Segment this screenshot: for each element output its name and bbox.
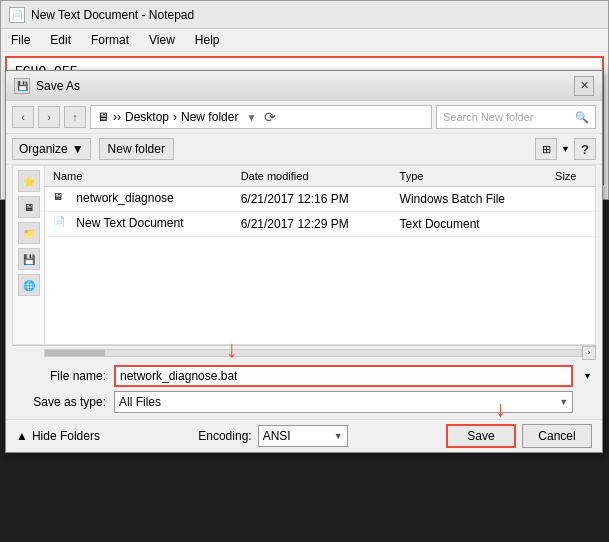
search-bar[interactable]: Search New folder 🔍 xyxy=(436,105,596,129)
filename-dropdown-arrow[interactable]: ▼ xyxy=(583,371,592,381)
col-date[interactable]: Date modified xyxy=(233,166,392,187)
dialog-body: ⭐ 🖥 📁 💾 🌐 Name Date modified Type Size xyxy=(12,165,596,345)
cancel-button[interactable]: Cancel xyxy=(522,424,592,448)
encoding-arrow: ▼ xyxy=(334,431,343,441)
nav-pane-icon-1[interactable]: ⭐ xyxy=(18,170,40,192)
save-btn-wrapper: ↓ Save xyxy=(446,424,516,448)
path-bar[interactable]: 🖥 ›› Desktop › New folder ▼ ⟳ xyxy=(90,105,432,129)
col-type[interactable]: Type xyxy=(392,166,547,187)
col-size[interactable]: Size xyxy=(547,166,595,187)
menu-edit[interactable]: Edit xyxy=(44,31,77,49)
encoding-label: Encoding: xyxy=(198,429,251,443)
filename-input[interactable]: network_diagnose.bat xyxy=(114,365,573,387)
encoding-area: Encoding: ANSI ▼ xyxy=(198,425,347,447)
hide-folders-button[interactable]: ▲ Hide Folders xyxy=(16,429,100,443)
view-buttons: ⊞ ▼ ? xyxy=(535,138,596,160)
file-type-1: Windows Batch File xyxy=(392,187,547,212)
save-cancel-area: ↓ Save Cancel xyxy=(446,424,592,448)
dialog-bottom: ↓ File name: network_diagnose.bat ▼ Save… xyxy=(6,359,602,419)
help-button[interactable]: ? xyxy=(574,138,596,160)
save-as-dialog: 💾 Save As ✕ ‹ › ↑ 🖥 ›› Desktop › New fol… xyxy=(5,70,603,453)
dialog-actions: Organize ▼ New folder ⊞ ▼ ? xyxy=(6,134,602,165)
dialog-title-icon: 💾 xyxy=(14,78,30,94)
nav-pane-icon-4[interactable]: 💾 xyxy=(18,248,40,270)
menu-file[interactable]: File xyxy=(5,31,36,49)
filename-row: ↓ File name: network_diagnose.bat ▼ xyxy=(16,365,592,387)
hide-folders-label: Hide Folders xyxy=(32,429,100,443)
path-dropdown-arrow[interactable]: ▼ xyxy=(246,112,256,123)
search-text: Search New folder xyxy=(443,111,534,123)
path-separator-1: ›› xyxy=(113,110,121,124)
file-size-1 xyxy=(547,187,595,212)
hide-folders-icon: ▲ xyxy=(16,429,28,443)
file-name-2: 📄 New Text Document xyxy=(45,212,233,237)
file-size-2 xyxy=(547,212,595,237)
scrollbar-area[interactable]: › xyxy=(12,345,596,359)
file-name-1: 🖥 network_diagnose xyxy=(45,187,233,212)
path-refresh-button[interactable]: ⟳ xyxy=(264,109,276,125)
nav-pane-icon-3[interactable]: 📁 xyxy=(18,222,40,244)
search-icon: 🔍 xyxy=(575,111,589,124)
nav-pane-icon-5[interactable]: 🌐 xyxy=(18,274,40,296)
up-button[interactable]: ↑ xyxy=(64,106,86,128)
path-separator-2: › xyxy=(173,110,177,124)
dialog-title-text: Save As xyxy=(36,79,568,93)
dialog-overlay: 💾 Save As ✕ ‹ › ↑ 🖥 ›› Desktop › New fol… xyxy=(0,60,609,540)
notepad-menubar: File Edit Format View Help xyxy=(1,29,608,52)
file-table: Name Date modified Type Size 🖥 network_d… xyxy=(45,166,595,237)
dialog-close-button[interactable]: ✕ xyxy=(574,76,594,96)
col-name[interactable]: Name xyxy=(45,166,233,187)
table-row[interactable]: 📄 New Text Document 6/21/2017 12:29 PM T… xyxy=(45,212,595,237)
organize-label: Organize xyxy=(19,142,68,156)
view-dropdown-arrow[interactable]: ▼ xyxy=(561,144,570,154)
menu-view[interactable]: View xyxy=(143,31,181,49)
back-button[interactable]: ‹ xyxy=(12,106,34,128)
encoding-dropdown[interactable]: ANSI ▼ xyxy=(258,425,348,447)
new-folder-button[interactable]: New folder xyxy=(99,138,174,160)
encoding-row: ▲ Hide Folders Encoding: ANSI ▼ ↓ Save C… xyxy=(6,419,602,452)
scrollbar-thumb[interactable] xyxy=(45,350,105,356)
nav-pane-icon-2[interactable]: 🖥 xyxy=(18,196,40,218)
file-pane: Name Date modified Type Size 🖥 network_d… xyxy=(45,166,595,344)
menu-help[interactable]: Help xyxy=(189,31,226,49)
filename-field-row: File name: network_diagnose.bat ▼ xyxy=(16,365,592,387)
organize-chevron: ▼ xyxy=(72,142,84,156)
path-part-folder: New folder xyxy=(181,110,238,124)
notepad-titlebar: 📄 New Text Document - Notepad xyxy=(1,1,608,29)
file-date-2: 6/21/2017 12:29 PM xyxy=(233,212,392,237)
table-row[interactable]: 🖥 network_diagnose 6/21/2017 12:16 PM Wi… xyxy=(45,187,595,212)
path-part-desktop: 🖥 xyxy=(97,110,109,124)
savetype-label: Save as type: xyxy=(16,395,106,409)
arrow-annotation-2: ↓ xyxy=(495,396,506,422)
file-type-2: Text Document xyxy=(392,212,547,237)
save-button[interactable]: Save xyxy=(446,424,516,448)
forward-button[interactable]: › xyxy=(38,106,60,128)
nav-pane: ⭐ 🖥 📁 💾 🌐 xyxy=(13,166,45,344)
table-header-row: Name Date modified Type Size xyxy=(45,166,595,187)
filename-label: File name: xyxy=(16,369,106,383)
file-icon-2: 📄 xyxy=(53,216,69,232)
notepad-icon: 📄 xyxy=(9,7,25,23)
horizontal-scrollbar[interactable] xyxy=(44,349,582,357)
view-toggle-button[interactable]: ⊞ xyxy=(535,138,557,160)
savetype-arrow: ▼ xyxy=(559,397,568,407)
scroll-right-btn[interactable]: › xyxy=(582,346,596,360)
arrow-annotation-1: ↓ xyxy=(226,335,238,363)
organize-button[interactable]: Organize ▼ xyxy=(12,138,91,160)
dialog-toolbar: ‹ › ↑ 🖥 ›› Desktop › New folder ▼ ⟳ Sear… xyxy=(6,101,602,134)
dialog-titlebar: 💾 Save As ✕ xyxy=(6,71,602,101)
notepad-title: New Text Document - Notepad xyxy=(31,8,600,22)
path-part-desktop-label: Desktop xyxy=(125,110,169,124)
file-icon-1: 🖥 xyxy=(53,191,69,207)
menu-format[interactable]: Format xyxy=(85,31,135,49)
file-date-1: 6/21/2017 12:16 PM xyxy=(233,187,392,212)
